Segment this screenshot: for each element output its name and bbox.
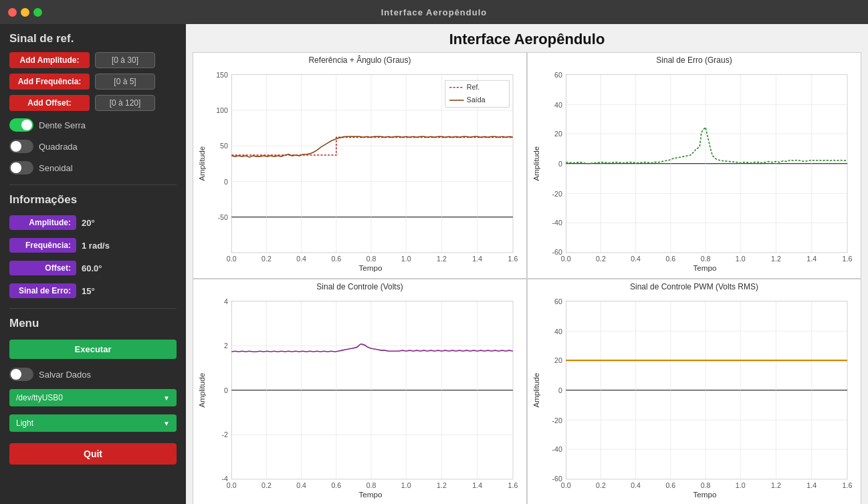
- offset-info-value: 60.0°: [82, 263, 102, 273]
- add-amplitude-button[interactable]: Add Amplitude:: [9, 52, 90, 68]
- svg-text:-40: -40: [552, 445, 562, 453]
- frequencia-info-row: Frequência: 1 rad/s: [9, 238, 177, 253]
- executar-button[interactable]: Executar: [9, 340, 177, 359]
- svg-text:40: 40: [554, 328, 562, 336]
- svg-text:0.2: 0.2: [596, 255, 606, 263]
- offset-info-label: Offset:: [9, 261, 76, 275]
- svg-text:Tempo: Tempo: [358, 489, 383, 498]
- svg-text:-20: -20: [552, 190, 562, 198]
- svg-text:1.0: 1.0: [401, 481, 411, 489]
- main-container: Sinal de ref. Add Amplitude: Add Frequên…: [0, 24, 868, 504]
- svg-text:Tempo: Tempo: [693, 263, 717, 272]
- svg-text:0.6: 0.6: [331, 481, 341, 489]
- content-title: Interface Aeropêndulo: [186, 24, 868, 52]
- chart3-container: Sinal de Controle (Volts): [193, 279, 527, 504]
- svg-text:1.2: 1.2: [771, 481, 781, 489]
- svg-text:0.6: 0.6: [665, 481, 675, 489]
- svg-text:0.4: 0.4: [296, 255, 306, 263]
- maximize-button[interactable]: [33, 8, 42, 17]
- svg-text:2: 2: [224, 342, 228, 350]
- svg-text:0.6: 0.6: [331, 255, 341, 263]
- offset-info-row: Offset: 60.0°: [9, 261, 177, 275]
- svg-text:0.2: 0.2: [261, 255, 272, 263]
- chart4-container: Sinal de Controle PWM (Volts RMS): [527, 279, 861, 504]
- dente-serra-label: Dente Serra: [39, 120, 86, 130]
- amplitude-info-row: Amplitude: 20°: [9, 215, 177, 230]
- svg-text:0.2: 0.2: [596, 481, 606, 489]
- frequencia-info-label: Frequência:: [9, 238, 76, 253]
- svg-text:0.0: 0.0: [227, 255, 237, 263]
- theme-label: Light: [16, 418, 33, 428]
- svg-text:20: 20: [554, 130, 562, 138]
- senoidal-toggle[interactable]: [9, 161, 33, 174]
- close-button[interactable]: [8, 8, 17, 17]
- chart4-title: Sinal de Controle PWM (Volts RMS): [630, 282, 758, 291]
- port-dropdown[interactable]: /dev/ttyUSB0 ▼: [9, 389, 177, 406]
- chart4-area: 60 40 20 0 -20 -40 -60 0.0 0.2 0.4 0.6 0…: [530, 293, 858, 502]
- quadrada-row: Quadrada: [9, 140, 177, 153]
- offset-input[interactable]: [95, 95, 155, 111]
- amplitude-info-value: 20°: [82, 218, 95, 228]
- chart2-area: 60 40 20 0 -20 -40 -60 0.0 0.2 0.4 0.6 0…: [530, 66, 858, 275]
- svg-text:60: 60: [554, 71, 562, 79]
- svg-text:4: 4: [224, 297, 228, 305]
- svg-text:0.8: 0.8: [701, 255, 711, 263]
- svg-text:1.6: 1.6: [508, 481, 518, 489]
- chart2-title: Sinal de Erro (Graus): [656, 55, 732, 65]
- charts-grid: Referência + Ângulo (Graus): [186, 52, 868, 504]
- add-offset-button[interactable]: Add Offset:: [9, 95, 90, 111]
- window-controls[interactable]: [8, 8, 42, 17]
- add-frequencia-row: Add Frequência:: [9, 74, 177, 90]
- svg-text:20: 20: [554, 356, 562, 364]
- svg-text:1.2: 1.2: [437, 481, 447, 489]
- salvar-dados-row: Salvar Dados: [9, 368, 177, 381]
- quit-button[interactable]: Quit: [9, 443, 177, 465]
- frequencia-input[interactable]: [95, 74, 155, 90]
- amplitude-input[interactable]: [95, 52, 155, 68]
- svg-text:0.4: 0.4: [631, 255, 641, 263]
- svg-text:Amplitude: Amplitude: [197, 373, 206, 408]
- add-offset-row: Add Offset:: [9, 95, 177, 111]
- salvar-dados-label: Salvar Dados: [39, 370, 91, 380]
- svg-text:1.0: 1.0: [736, 481, 746, 489]
- dente-serra-toggle[interactable]: [9, 118, 33, 132]
- svg-text:1.2: 1.2: [771, 255, 781, 263]
- svg-text:0.4: 0.4: [296, 481, 306, 489]
- quadrada-toggle[interactable]: [9, 140, 33, 153]
- svg-text:Saída: Saída: [467, 96, 485, 104]
- window-title: Interface Aeropêndulo: [381, 7, 487, 17]
- frequencia-info-value: 1 rad/s: [82, 241, 110, 251]
- sinal-erro-info-label: Sinal de Erro:: [9, 283, 76, 298]
- svg-text:0: 0: [558, 160, 562, 168]
- theme-dropdown[interactable]: Light ▼: [9, 414, 177, 432]
- svg-text:50: 50: [220, 142, 228, 150]
- svg-text:0.2: 0.2: [261, 481, 272, 489]
- svg-text:0.8: 0.8: [701, 481, 711, 489]
- titlebar: Interface Aeropêndulo: [0, 0, 868, 24]
- svg-text:0: 0: [224, 178, 228, 186]
- salvar-dados-toggle[interactable]: [9, 368, 33, 381]
- svg-text:0.6: 0.6: [665, 255, 675, 263]
- svg-text:1.0: 1.0: [736, 255, 746, 263]
- svg-text:0.0: 0.0: [227, 481, 237, 489]
- menu-title: Menu: [9, 317, 177, 330]
- sidebar: Sinal de ref. Add Amplitude: Add Frequên…: [0, 24, 186, 504]
- svg-text:Tempo: Tempo: [693, 489, 717, 498]
- svg-text:0.8: 0.8: [366, 481, 376, 489]
- svg-text:0.8: 0.8: [366, 255, 376, 263]
- add-frequencia-button[interactable]: Add Frequência:: [9, 74, 90, 90]
- add-amplitude-row: Add Amplitude:: [9, 52, 177, 68]
- theme-dropdown-arrow: ▼: [163, 420, 170, 427]
- svg-text:-50: -50: [218, 213, 228, 221]
- informacoes-title: Informações: [9, 193, 177, 207]
- svg-text:1.4: 1.4: [806, 481, 817, 489]
- port-label: /dev/ttyUSB0: [16, 393, 63, 402]
- svg-text:1.4: 1.4: [472, 481, 482, 489]
- content-area: Interface Aeropêndulo Referência + Ângul…: [186, 24, 868, 504]
- svg-text:1.4: 1.4: [806, 255, 817, 263]
- svg-text:Tempo: Tempo: [358, 263, 383, 272]
- svg-text:1.6: 1.6: [508, 255, 518, 263]
- chart1-svg: 150 100 50 0 -50 0.0 0.2 0.4 0.6 0.8 1.0…: [196, 66, 524, 275]
- svg-text:-2: -2: [221, 430, 228, 438]
- minimize-button[interactable]: [21, 8, 29, 17]
